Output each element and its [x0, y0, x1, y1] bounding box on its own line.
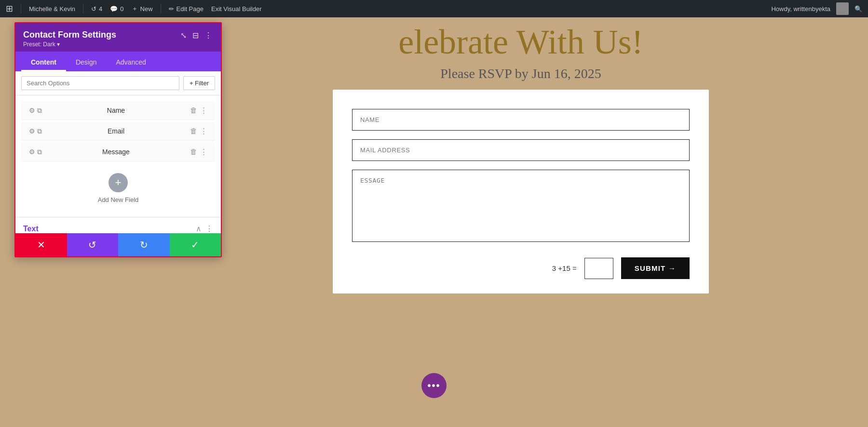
- field-delete-icon[interactable]: 🗑: [190, 147, 197, 156]
- panel-header: Contact Form Settings Preset: Dark ▾ ⤡ ⊟…: [15, 23, 221, 52]
- contact-form: 3 +15 = SUBMIT →: [333, 90, 709, 294]
- field-email-icons: ⚙ ⧉: [29, 127, 42, 135]
- revisions-link[interactable]: ↺ 4: [91, 5, 102, 13]
- field-settings-icon[interactable]: ⚙: [29, 148, 35, 156]
- field-more-icon[interactable]: ⋮: [200, 106, 207, 115]
- preset-chevron-icon: ▾: [57, 41, 60, 48]
- field-more-icon[interactable]: ⋮: [200, 127, 207, 135]
- new-link[interactable]: ＋ New: [132, 4, 153, 13]
- field-copy-icon[interactable]: ⧉: [37, 107, 42, 115]
- add-field-circle-icon: +: [108, 173, 128, 192]
- message-field[interactable]: [352, 170, 690, 242]
- panel-actions: ✕ ↺ ↻ ✓: [15, 233, 221, 256]
- floating-menu-button[interactable]: •••: [421, 373, 447, 398]
- field-message-label: Message: [46, 148, 186, 156]
- dots-icon: •••: [427, 380, 440, 391]
- tab-content[interactable]: Content: [21, 54, 66, 71]
- tab-design[interactable]: Design: [66, 54, 107, 71]
- email-field[interactable]: [352, 139, 690, 161]
- field-copy-icon[interactable]: ⧉: [37, 148, 42, 156]
- tab-advanced[interactable]: Advanced: [106, 54, 155, 71]
- filter-button[interactable]: + Filter: [183, 76, 215, 90]
- form-area: 3 +15 = SUBMIT →: [174, 70, 868, 427]
- field-message-icons: ⚙ ⧉: [29, 148, 42, 156]
- field-name-icons: ⚙ ⧉: [29, 107, 42, 115]
- avatar[interactable]: [836, 2, 849, 15]
- undo-button[interactable]: ↺: [67, 233, 119, 256]
- field-delete-icon[interactable]: 🗑: [190, 106, 197, 115]
- collapse-icon[interactable]: ∧: [196, 224, 202, 233]
- field-settings-icon[interactable]: ⚙: [29, 127, 35, 135]
- minimize-icon[interactable]: ⤡: [179, 30, 188, 41]
- field-row-name: ⚙ ⧉ Name 🗑 ⋮: [21, 101, 215, 120]
- field-name-label: Name: [46, 107, 186, 114]
- cancel-button[interactable]: ✕: [15, 233, 67, 256]
- pencil-icon: ✏: [169, 5, 174, 13]
- more-icon[interactable]: ⋮: [203, 30, 213, 41]
- admin-bar: ⊞ Michelle & Kevin ↺ 4 💬 0 ＋ New ✏ Edit …: [0, 0, 868, 17]
- field-more-icon[interactable]: ⋮: [200, 147, 207, 156]
- panel-preset[interactable]: Preset: Dark ▾: [23, 41, 116, 48]
- redo-button[interactable]: ↻: [118, 233, 170, 256]
- revisions-icon: ↺: [91, 5, 96, 13]
- save-button[interactable]: ✓: [170, 233, 221, 256]
- settings-panel: Contact Form Settings Preset: Dark ▾ ⤡ ⊟…: [14, 22, 222, 257]
- comments-icon: 💬: [110, 5, 118, 13]
- field-row-message: ⚙ ⧉ Message 🗑 ⋮: [21, 143, 215, 161]
- field-name-actions: 🗑 ⋮: [190, 106, 207, 115]
- site-name[interactable]: Michelle & Kevin: [29, 5, 75, 13]
- field-copy-icon[interactable]: ⧉: [37, 127, 42, 135]
- section-more-icon[interactable]: ⋮: [205, 224, 213, 233]
- name-field[interactable]: [352, 109, 690, 131]
- panel-text-label[interactable]: Text: [23, 225, 39, 233]
- field-settings-icon[interactable]: ⚙: [29, 107, 35, 115]
- panel-search: + Filter: [15, 71, 221, 95]
- plus-icon: ＋: [132, 4, 138, 13]
- panel-title: Contact Form Settings: [23, 30, 116, 40]
- comments-link[interactable]: 💬 0: [110, 5, 123, 13]
- panel-text-section: Text ∧ ⋮: [15, 217, 221, 233]
- wp-logo[interactable]: ⊞: [6, 3, 13, 14]
- form-bottom: 3 +15 = SUBMIT →: [352, 257, 690, 279]
- exit-builder-link[interactable]: Exit Visual Builder: [211, 5, 262, 13]
- hero-title: elebrate With Us!: [174, 22, 868, 62]
- field-message-actions: 🗑 ⋮: [190, 147, 207, 156]
- field-row-email: ⚙ ⧉ Email 🗑 ⋮: [21, 122, 215, 141]
- field-email-actions: 🗑 ⋮: [190, 127, 207, 135]
- panel-tabs: Content Design Advanced: [15, 52, 221, 71]
- add-field-label: Add New Field: [98, 196, 139, 203]
- add-new-field[interactable]: + Add New Field: [15, 163, 221, 213]
- field-delete-icon[interactable]: 🗑: [190, 127, 197, 135]
- panel-text-icons: ∧ ⋮: [196, 224, 213, 233]
- field-email-label: Email: [46, 127, 186, 135]
- search-icon[interactable]: 🔍: [854, 5, 862, 13]
- submit-button[interactable]: SUBMIT →: [621, 257, 690, 279]
- captcha-input[interactable]: [584, 258, 613, 279]
- panel-header-icons: ⤡ ⊟ ⋮: [179, 30, 213, 41]
- edit-page-link[interactable]: ✏ Edit Page: [169, 5, 203, 13]
- panel-fields: ⚙ ⧉ Name 🗑 ⋮ ⚙ ⧉ Email 🗑 ⋮ ⚙: [15, 95, 221, 217]
- columns-icon[interactable]: ⊟: [191, 30, 200, 41]
- search-input[interactable]: [21, 76, 179, 90]
- howdy-text: Howdy, writtenbyekta: [771, 5, 830, 13]
- captcha-label: 3 +15 =: [552, 264, 577, 272]
